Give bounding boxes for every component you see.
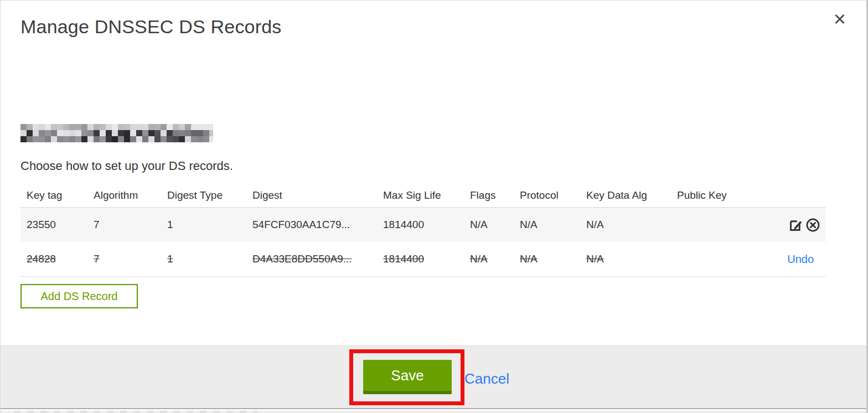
row-actions: Undo bbox=[743, 253, 826, 266]
cell-key-data-alg: N/A bbox=[580, 219, 671, 231]
delete-icon[interactable] bbox=[805, 217, 820, 233]
close-icon[interactable]: ✕ bbox=[830, 9, 850, 29]
cell-protocol: N/A bbox=[514, 219, 580, 231]
column-header-flags: Flags bbox=[464, 189, 514, 202]
save-button[interactable]: Save bbox=[363, 360, 452, 394]
table-row: 23550 7 1 54FCF030AA1C79... 1814400 N/A … bbox=[20, 208, 826, 242]
cell-algorithm: 7 bbox=[87, 219, 161, 231]
ds-records-table: Key tag Algorithm Digest Type Digest Max… bbox=[20, 183, 826, 277]
dnssec-dialog: Manage DNSSEC DS Records ✕ Choose how to… bbox=[0, 0, 868, 413]
cell-flags: N/A bbox=[464, 219, 514, 231]
column-header-key-data-alg: Key Data Alg bbox=[580, 189, 671, 202]
table-row-deleted: 24828 7 1 D4A33E8DD550A9... 1814400 N/A … bbox=[20, 242, 826, 277]
column-header-digest-type: Digest Type bbox=[161, 189, 246, 202]
cell-flags: N/A bbox=[464, 253, 514, 265]
row-actions bbox=[743, 217, 826, 233]
column-header-protocol: Protocol bbox=[514, 189, 580, 202]
cell-max-sig-life: 1814400 bbox=[377, 219, 464, 231]
cell-digest: 54FCF030AA1C79... bbox=[246, 219, 377, 231]
cell-digest-type: 1 bbox=[161, 219, 246, 231]
page-title: Manage DNSSEC DS Records bbox=[20, 16, 282, 38]
cell-key-data-alg: N/A bbox=[580, 253, 671, 265]
cell-max-sig-life: 1814400 bbox=[377, 253, 464, 265]
column-header-key-tag: Key tag bbox=[20, 189, 87, 202]
column-header-digest: Digest bbox=[246, 189, 377, 202]
edit-icon[interactable] bbox=[788, 217, 803, 233]
cell-key-tag: 24828 bbox=[20, 253, 87, 265]
cell-digest: D4A33E8DD550A9... bbox=[246, 253, 377, 265]
column-header-max-sig-life: Max Sig Life bbox=[377, 189, 464, 202]
column-header-public-key: Public Key bbox=[671, 189, 743, 202]
cell-protocol: N/A bbox=[514, 253, 580, 265]
cell-digest-type: 1 bbox=[161, 253, 246, 265]
column-header-algorithm: Algorithm bbox=[87, 189, 161, 202]
instruction-text: Choose how to set up your DS records. bbox=[20, 159, 233, 173]
undo-link[interactable]: Undo bbox=[787, 253, 820, 266]
add-ds-record-button[interactable]: Add DS Record bbox=[20, 284, 138, 308]
cell-key-tag: 23550 bbox=[20, 219, 87, 231]
table-header-row: Key tag Algorithm Digest Type Digest Max… bbox=[20, 183, 826, 208]
cell-algorithm: 7 bbox=[87, 253, 161, 265]
background-page-sliver bbox=[1, 410, 868, 413]
redacted-domain-name bbox=[20, 124, 213, 143]
cancel-link[interactable]: Cancel bbox=[464, 370, 509, 388]
